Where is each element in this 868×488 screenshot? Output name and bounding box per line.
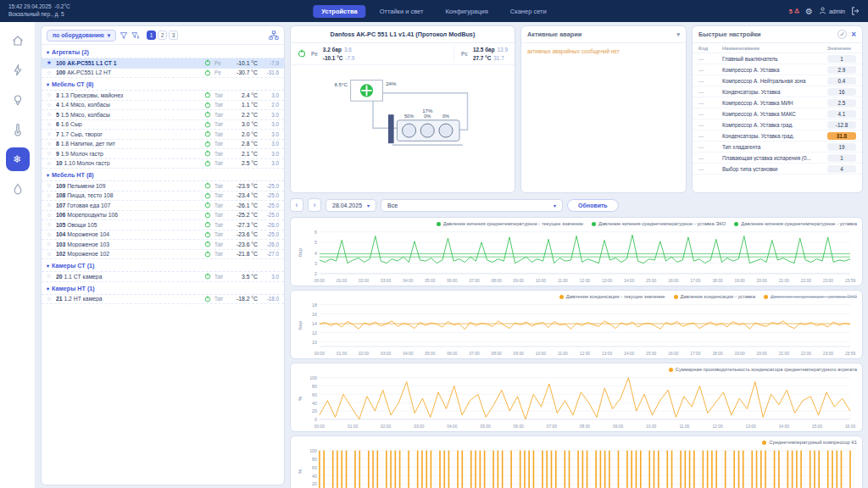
favorite-star-icon[interactable]: ☆	[47, 111, 53, 118]
favorite-star-icon[interactable]: ☆	[47, 241, 53, 247]
setting-value[interactable]: 2.5	[827, 99, 856, 107]
legend-item[interactable]: Суммарная производительность конденсатор…	[669, 367, 857, 372]
favorite-star-icon[interactable]: ☆	[47, 121, 53, 128]
favorite-star-icon[interactable]: ☆	[47, 212, 53, 219]
tab-2[interactable]: Оттайки и свет	[371, 5, 432, 18]
home-icon[interactable]	[6, 29, 30, 53]
device-row[interactable]: ☆108 Пицца, тесто 108Tair-23.4 °C-25.0	[42, 191, 284, 202]
light-bulb-icon[interactable]	[6, 88, 30, 112]
settings-row[interactable]: ---Компрессор А. Уставка МАКС4.1	[693, 108, 862, 119]
device-row[interactable]: ☆109 Пельмени 109Tair-23.9 °C-25.0	[42, 181, 284, 191]
favorite-star-icon[interactable]: ☆	[47, 130, 53, 137]
device-row[interactable]: ☆107 Готовая еда 107Tair-26.1 °C-25.0	[42, 201, 284, 211]
power-bolt-icon[interactable]	[6, 58, 30, 82]
device-row[interactable]: ☆106 Морепродукты 106Tair-25.2 °C-25.0	[42, 211, 284, 221]
page-button-1[interactable]: 1	[147, 30, 156, 40]
legend-item[interactable]: Давление конденсации - уставка	[674, 294, 755, 299]
setting-value[interactable]: 0.4	[827, 77, 856, 85]
device-row[interactable]: ☆102 Мороженое 102Tair-21.8 °C-27.0	[42, 250, 284, 260]
settings-row[interactable]: ---Главный выключатель1	[693, 53, 862, 64]
legend-item[interactable]: Давление кипения среднетемпературное - у…	[592, 221, 726, 226]
favorite-star-icon[interactable]: ☆	[47, 160, 53, 167]
favorite-star-icon[interactable]: ☆	[47, 273, 53, 280]
favorite-star-icon[interactable]: ☆	[47, 231, 53, 238]
alarm-count-badge[interactable]: 5 ⚠	[789, 8, 799, 14]
settings-row[interactable]: ---Компрессор А. Уставка2.9	[693, 64, 862, 75]
setting-value[interactable]: 16	[827, 88, 856, 96]
favorite-star-icon[interactable]: ★	[47, 59, 53, 66]
legend-item[interactable]: Давление кипения среднетемпературное - у…	[734, 221, 857, 226]
page-button-3[interactable]: 3	[169, 30, 178, 40]
device-row[interactable]: ☆5 1.5 Мясо, колбасыTair2.2 °C3.0	[42, 110, 284, 120]
setting-value[interactable]: 1	[827, 154, 856, 162]
refresh-button[interactable]: Обновить	[567, 199, 619, 212]
settings-row[interactable]: ---Конденсаторы. Уставка16	[693, 86, 862, 97]
favorite-star-icon[interactable]: ☆	[47, 92, 53, 98]
chevron-down-icon[interactable]: ▾	[676, 31, 680, 38]
setting-value[interactable]: 1	[827, 55, 856, 63]
tab-1[interactable]: Устройства	[313, 5, 365, 18]
legend-item[interactable]: Давление конденсации - текущее значение	[559, 294, 665, 299]
tree-group-header[interactable]: ▾Камеры НТ (1)	[42, 282, 284, 295]
tree-group-header[interactable]: ▾Мебель НТ (8)	[42, 169, 284, 181]
device-row[interactable]: ☆103 Мороженое 103Tair-23.6 °C-26.0	[42, 240, 284, 250]
filter-icon[interactable]	[120, 31, 128, 40]
tab-4[interactable]: Сканер сети	[502, 5, 555, 18]
device-row[interactable]: ☆104 Мороженое 104Tair-23.6 °C-25.0	[42, 230, 284, 241]
tab-3[interactable]: Конфигурация	[437, 5, 496, 18]
apply-check-icon[interactable]: ✓	[837, 30, 847, 39]
settings-row[interactable]: ---Плавающая уставка испарения (0...1	[693, 152, 862, 164]
thermometer-icon[interactable]	[6, 118, 30, 141]
tree-group-header[interactable]: ▾Мебель СТ (8)	[42, 78, 284, 91]
page-button-2[interactable]: 2	[158, 30, 167, 40]
favorite-star-icon[interactable]: ☆	[47, 141, 53, 147]
network-map-icon[interactable]	[269, 30, 279, 41]
settings-row[interactable]: ---Компрессор А. Уставка град.-12.8	[693, 119, 862, 130]
setting-value[interactable]: 31.8	[827, 132, 856, 140]
favorite-star-icon[interactable]: ☆	[47, 296, 53, 302]
favorite-star-icon[interactable]: ☆	[47, 150, 53, 157]
date-picker[interactable]: 28.04.2025 ▾	[326, 199, 376, 212]
settings-row[interactable]: ---Тип хладагента19	[693, 141, 862, 152]
device-row[interactable]: ☆100 АК-PC551 L2 НТPe-30.7 °C-31.6	[42, 69, 284, 79]
settings-row[interactable]: ---Компрессор А. Уставка МИН2.5	[693, 97, 862, 108]
next-day-button[interactable]: ›	[308, 198, 321, 212]
favorite-star-icon[interactable]: ☆	[47, 192, 53, 199]
close-icon[interactable]: ×	[851, 30, 856, 39]
group-by-dropdown[interactable]: по оборудованию ▾	[47, 30, 116, 42]
favorite-star-icon[interactable]: ☆	[47, 202, 53, 208]
device-row[interactable]: ☆3 1.3 Пресервы, майонезTair2.4 °C3.0	[42, 91, 284, 101]
logout-icon[interactable]	[851, 7, 860, 16]
setting-value[interactable]: 4	[827, 165, 856, 173]
favorite-star-icon[interactable]: ☆	[47, 182, 53, 189]
refrigeration-snowflake-icon[interactable]: ❄	[6, 147, 30, 171]
gear-icon[interactable]: ⚙	[805, 7, 813, 16]
device-row[interactable]: ☆6 1.6 СырTair3.0 °C3.0	[42, 120, 284, 130]
settings-row[interactable]: ---Конденсаторы. Уставка град.31.8	[693, 130, 862, 141]
favorite-star-icon[interactable]: ☆	[47, 221, 53, 228]
device-row[interactable]: ☆20 1.1 СТ камераTair3.5 °C3.0	[42, 272, 284, 282]
sort-filter-icon[interactable]	[131, 31, 140, 40]
power-status-icon[interactable]	[298, 49, 306, 58]
device-row[interactable]: ☆8 1.8 Напитки, дет питTair2.8 °C3.0	[42, 140, 284, 150]
setting-value[interactable]: 4.1	[827, 110, 856, 118]
setting-value[interactable]: 2.9	[827, 66, 856, 74]
device-row[interactable]: ★100 АК-PC551 L1 СТ 1Pe-10.1 °C-7.9	[42, 58, 284, 69]
setting-value[interactable]: -12.8	[827, 121, 856, 129]
device-row[interactable]: ☆10 1.10 Молоч гастрTair2.5 °C3.0	[42, 159, 284, 169]
device-row[interactable]: ☆21 1.2 НТ камераTair-18.2 °C-18.0	[42, 295, 284, 305]
legend-item[interactable]: Среднетемпературный компрессор К1	[762, 440, 857, 445]
device-row[interactable]: ☆9 1.9 Молоч гастрTair2.1 °C3.0	[42, 149, 284, 159]
favorite-star-icon[interactable]: ☆	[47, 69, 53, 76]
favorite-star-icon[interactable]: ☆	[47, 251, 53, 258]
humidity-droplet-icon[interactable]	[6, 177, 30, 201]
legend-item[interactable]: Давление кипения среднетемпературное - т…	[437, 221, 583, 226]
setting-value[interactable]: 19	[827, 143, 856, 151]
prev-day-button[interactable]: ‹	[290, 198, 303, 212]
settings-row[interactable]: ---Компрессор А. Нейтральная зона0.4	[693, 75, 862, 86]
legend-item[interactable]: Давление конденсации - уставка ЭКО	[764, 294, 857, 299]
device-row[interactable]: ☆4 1.4 Мясо, колбасыTair1.1 °C2.0	[42, 101, 284, 111]
settings-row[interactable]: ---Выбор типа установки4	[693, 164, 862, 175]
tree-group-header[interactable]: ▾Камеры СТ (1)	[42, 259, 284, 272]
favorite-star-icon[interactable]: ☆	[47, 102, 53, 108]
